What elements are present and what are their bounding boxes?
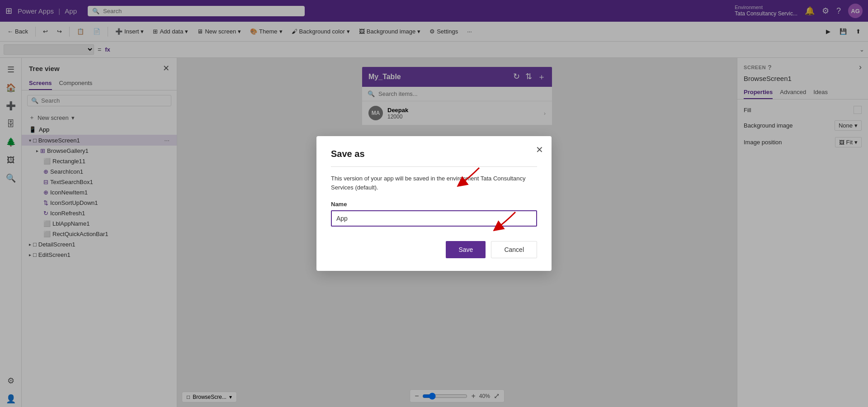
modal-name-input[interactable] <box>331 210 537 227</box>
modal-title: Save as <box>331 149 537 159</box>
modal-save-button[interactable]: Save <box>446 241 486 258</box>
modal-actions: Save Cancel <box>331 241 537 258</box>
modal-name-label: Name <box>331 201 537 208</box>
modal-close-button[interactable]: ✕ <box>536 144 543 155</box>
modal-overlay: Save as This version of your app will be… <box>0 0 868 407</box>
modal-cancel-button[interactable]: Cancel <box>491 241 537 258</box>
modal-divider <box>331 166 537 167</box>
modal-description: This version of your app will be saved i… <box>331 174 537 192</box>
save-as-modal: Save as This version of your app will be… <box>316 136 552 271</box>
